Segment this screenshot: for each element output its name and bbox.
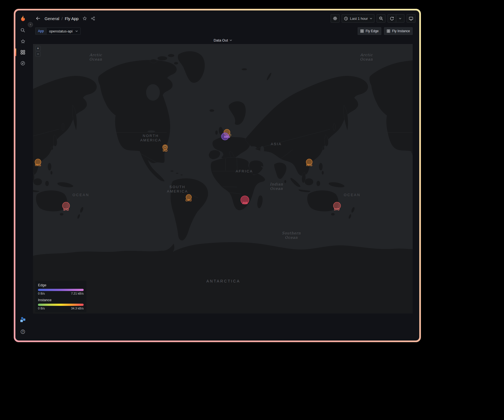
sidebar-item-dashboards[interactable] <box>15 47 30 58</box>
gear-icon <box>333 16 337 21</box>
map-label-southern-ocean: SouthernOcean <box>282 231 301 240</box>
refresh-icon <box>390 17 394 21</box>
panel-title: Data Out <box>213 38 228 42</box>
legend-edge-title: Edge <box>38 283 84 287</box>
legend-edge-gradient <box>38 289 84 291</box>
breadcrumb-section[interactable]: General <box>45 16 59 21</box>
back-arrow-icon <box>35 16 41 21</box>
map-label-asia: ASIA <box>271 142 282 146</box>
variables-bar: App openstatus-api Fly Edge <box>30 26 419 36</box>
breadcrumb[interactable]: General / Fly App <box>45 16 79 21</box>
top-bar-actions: Last 1 hour <box>331 14 415 23</box>
sidebar-item-help[interactable]: ? <box>15 326 30 337</box>
map-label-arctic-ocean-west: ArcticOcean <box>89 53 102 61</box>
map-marker-dot[interactable] <box>229 134 231 136</box>
legend-instance-title: Instance <box>38 298 84 302</box>
map-label-south-america: SOUTHAMERICA <box>167 185 188 193</box>
breadcrumb-page: Fly App <box>65 16 79 21</box>
grid-icon <box>360 29 364 33</box>
top-bar: General / Fly App <box>30 10 419 26</box>
dashboard-settings-button[interactable] <box>331 14 339 23</box>
map-marker-syd[interactable]: SYD <box>62 202 70 211</box>
map-label-arctic-ocean-east: ArcticOcean <box>360 53 373 61</box>
legend-edge-min: 0 B/s <box>38 292 45 295</box>
link-fly-instance[interactable]: Fly Instance <box>384 27 413 35</box>
map-marker-hkg[interactable]: HKG <box>35 159 41 167</box>
chevron-down-icon <box>229 39 232 41</box>
map-label-antarctica: ANTARCTICA <box>206 279 240 283</box>
legend-instance: Instance 0 B/s 34.3 kB/s <box>38 298 84 310</box>
geomap-panel: Data Out <box>33 36 413 314</box>
main-area: General / Fly App <box>30 10 419 341</box>
help-icon: ? <box>20 329 25 334</box>
back-button[interactable] <box>35 16 41 21</box>
time-range-label: Last 1 hour <box>350 17 368 21</box>
window-frame: › <box>14 9 421 342</box>
map-marker-label-gru: GRU <box>185 199 191 202</box>
share-button[interactable] <box>91 16 95 21</box>
zoom-out-magnifier-icon <box>379 16 383 21</box>
map-marker-label-jnb: JNB <box>242 202 248 205</box>
map-label-ocean-west: OCEAN <box>72 193 89 197</box>
share-icon <box>91 16 95 21</box>
zoom-out-time-button[interactable] <box>377 14 385 23</box>
sidebar-item-search[interactable] <box>15 25 30 36</box>
map-label-north-america: NORTHAMERICA <box>140 134 161 142</box>
map-marker-gru[interactable]: GRU <box>185 194 191 202</box>
sidebar: ? <box>15 10 30 341</box>
sidebar-expand-button[interactable]: › <box>28 22 33 27</box>
map-canvas[interactable]: ArcticOceanArcticOceanNORTHAMERICAASIAAF… <box>33 44 413 314</box>
time-range-picker[interactable]: Last 1 hour <box>342 14 374 23</box>
grid-icon <box>387 29 390 33</box>
legend-instance-max: 34.3 kB/s <box>71 307 84 310</box>
sidebar-bottom: ? <box>15 314 30 337</box>
legend-instance-gradient <box>38 304 84 306</box>
legend-edge-max: 7.21 kB/s <box>71 292 84 295</box>
zoom-in-button[interactable]: + <box>35 46 40 51</box>
zoom-out-button[interactable]: − <box>35 51 40 56</box>
grafana-window: › <box>15 10 419 341</box>
map-marker-label-syd: SYD <box>334 208 340 211</box>
variable-app-value: openstatus-api <box>49 29 72 33</box>
sidebar-item-explore[interactable] <box>15 58 30 69</box>
sidebar-item-starred[interactable] <box>15 36 30 47</box>
caret-down-icon <box>370 18 372 19</box>
link-fly-edge[interactable]: Fly Edge <box>358 27 381 35</box>
search-icon <box>20 28 25 33</box>
refresh-interval-dropdown[interactable] <box>396 14 404 23</box>
star-outline-icon <box>83 16 87 21</box>
map-zoom-controls: + − <box>35 46 40 56</box>
link-fly-edge-label: Fly Edge <box>366 29 379 33</box>
dashboards-grid-icon <box>21 50 25 54</box>
map-marker-label-hkg: HKG <box>35 164 41 167</box>
star-icon <box>21 39 25 44</box>
grafana-flame-icon <box>19 15 27 22</box>
favorite-star-button[interactable] <box>83 16 87 21</box>
variable-app-label: App <box>35 28 46 35</box>
legend-instance-min: 0 B/s <box>38 307 45 310</box>
panel-links: Fly Edge Fly Instance <box>358 27 413 35</box>
compass-icon <box>20 61 25 66</box>
grafana-logo[interactable] <box>19 14 27 23</box>
map-marker-syd[interactable]: SYD <box>333 202 341 211</box>
map-marker-hkg[interactable]: HKG <box>306 159 312 167</box>
variable-app-dropdown[interactable]: openstatus-api <box>46 28 80 35</box>
legend-edge: Edge 0 B/s 7.21 kB/s <box>38 283 84 295</box>
link-fly-instance-label: Fly Instance <box>392 29 410 33</box>
tv-kiosk-button[interactable] <box>407 14 415 23</box>
caret-down-icon <box>399 18 401 19</box>
tv-icon <box>409 16 413 21</box>
map-marker-label-iad: IAD <box>163 149 167 152</box>
refresh-button[interactable] <box>388 14 396 23</box>
caret-down-icon <box>75 30 78 32</box>
breadcrumb-divider: / <box>61 16 62 21</box>
sidebar-item-plugin[interactable] <box>15 314 30 325</box>
map-label-africa: AFRICA <box>236 169 253 173</box>
map-marker-label-syd: SYD <box>63 208 69 211</box>
panel-title-menu[interactable]: Data Out <box>33 36 413 44</box>
refresh-button-group <box>388 14 404 23</box>
clock-icon <box>344 17 348 21</box>
world-map[interactable]: ArcticOceanArcticOceanNORTHAMERICAASIAAF… <box>33 44 413 314</box>
map-marker-label-hkg: HKG <box>306 164 312 167</box>
map-marker-dot[interactable] <box>164 146 166 148</box>
